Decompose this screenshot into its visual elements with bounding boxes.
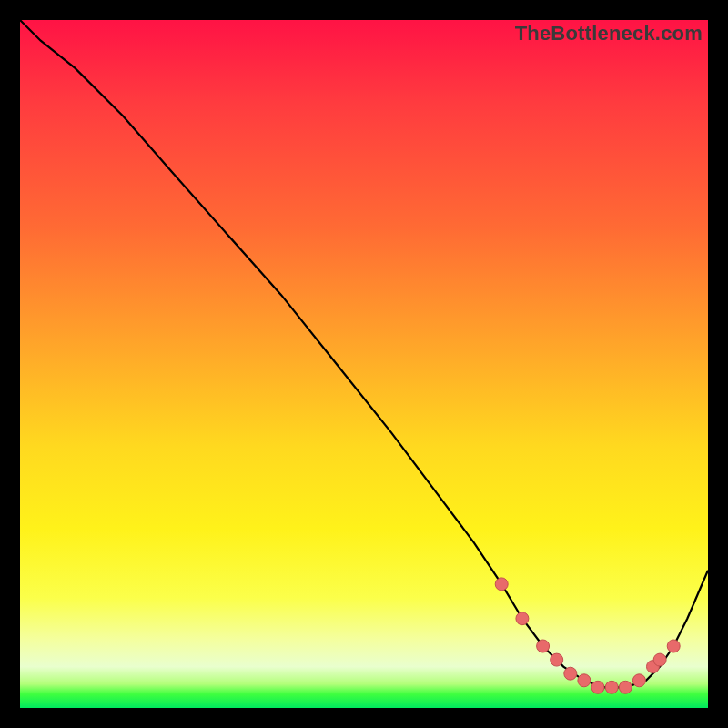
curve-marker	[632, 674, 645, 687]
curve-marker	[592, 681, 604, 693]
curve-marker	[564, 667, 577, 680]
chart-frame: TheBottleneck.com	[20, 20, 708, 708]
bottleneck-curve	[20, 20, 708, 708]
curve-marker	[551, 653, 563, 666]
curve-marker	[605, 681, 618, 693]
curve-marker	[653, 653, 666, 666]
curve-marker	[667, 640, 680, 652]
curve-marker	[516, 612, 529, 625]
curve-marker	[578, 674, 591, 687]
curve-marker	[537, 640, 550, 652]
curve-marker	[495, 578, 508, 591]
curve-markers	[495, 578, 680, 693]
curve-marker	[619, 681, 632, 693]
curve-line	[20, 20, 708, 687]
